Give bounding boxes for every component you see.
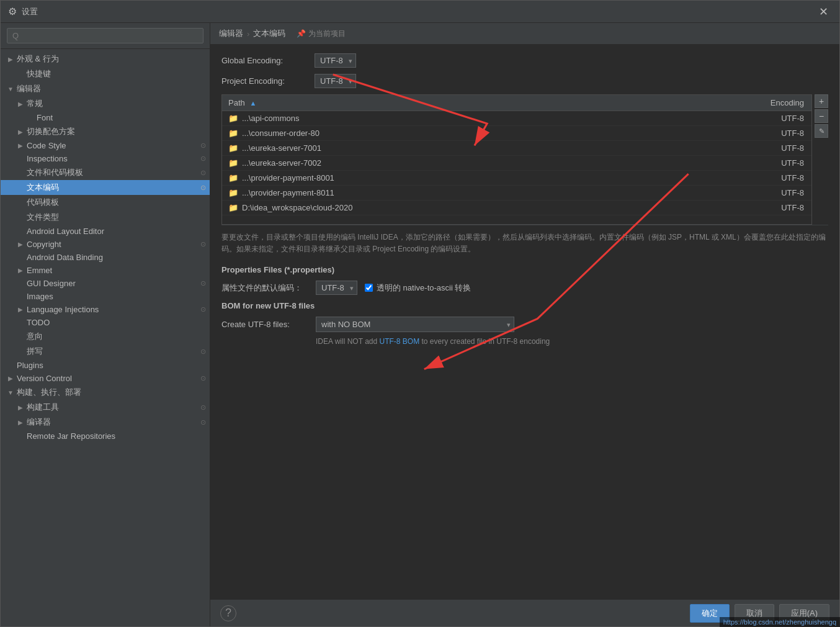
- sidebar-item-color-scheme[interactable]: ▶ 切换配色方案: [1, 124, 210, 139]
- sidebar-item-editor[interactable]: ▼ 编辑器: [1, 81, 210, 96]
- sidebar-item-lang-inject[interactable]: ▶ Language Injections ⊙: [1, 303, 210, 316]
- table-row[interactable]: 📁...\eureka-server-7001UTF-8: [222, 141, 811, 156]
- breadcrumb-bar: 编辑器 › 文本编码 📌 为当前项目: [210, 23, 839, 45]
- folder-icon: 📁: [228, 173, 238, 183]
- table-row[interactable]: 📁...\provider-payment-8011UTF-8: [222, 186, 811, 201]
- sidebar-item-android-data[interactable]: Android Data Binding: [1, 251, 210, 264]
- table-action-buttons: + − ✎: [815, 94, 828, 225]
- path-value: ...\eureka-server-7002: [242, 158, 321, 168]
- sidebar-item-emmet[interactable]: ▶ Emmet: [1, 264, 210, 277]
- sidebar-item-file-templates[interactable]: 文件和代码模板 ⊙: [1, 165, 210, 180]
- props-encoding-row: 属性文件的默认编码： UTF-8 透明的 native-to-ascii 转换: [221, 281, 828, 295]
- sidebar-item-label: Code Style: [25, 141, 200, 150]
- global-encoding-label: Global Encoding:: [221, 56, 308, 65]
- sidebar-item-images[interactable]: Images: [1, 290, 210, 303]
- sidebar-item-label: 切换配色方案: [25, 126, 210, 137]
- bom-section-title: BOM for new UTF-8 files: [221, 301, 828, 310]
- table-row[interactable]: 📁...\eureka-server-7002UTF-8: [222, 156, 811, 171]
- project-encoding-label: Project Encoding:: [221, 76, 308, 86]
- expand-icon: ▶: [16, 101, 25, 107]
- folder-icon: 📁: [228, 143, 238, 153]
- bom-info-link[interactable]: UTF-8 BOM: [379, 337, 419, 346]
- encoding-value: UTF-8: [737, 186, 811, 201]
- table-row[interactable]: 📁...\provider-payment-8001UTF-8: [222, 171, 811, 186]
- add-path-button[interactable]: +: [815, 94, 828, 108]
- sidebar-item-remote-jar[interactable]: Remote Jar Repositories: [1, 430, 210, 443]
- sidebar-item-intention[interactable]: 意向: [1, 329, 210, 344]
- search-input[interactable]: [7, 28, 203, 43]
- sidebar-item-label: 常规: [25, 98, 210, 109]
- encoding-value: UTF-8: [737, 111, 811, 126]
- help-icon: ?: [225, 607, 231, 620]
- breadcrumb-current: 文本编码: [253, 28, 285, 39]
- sidebar-item-inspections[interactable]: Inspections ⊙: [1, 152, 210, 165]
- sidebar-item-spelling[interactable]: 拼写 ⊙: [1, 344, 210, 359]
- native-to-ascii-checkbox-label[interactable]: 透明的 native-to-ascii 转换: [365, 282, 471, 294]
- native-to-ascii-label: 透明的 native-to-ascii 转换: [377, 282, 471, 294]
- col-path[interactable]: Path ▲: [222, 95, 737, 111]
- col-encoding: Encoding: [737, 95, 811, 111]
- sidebar-item-label: Remote Jar Repositories: [25, 431, 210, 441]
- global-encoding-select-wrapper: UTF-8: [315, 53, 356, 68]
- settings-icon: ⊙: [200, 348, 206, 356]
- edit-path-button[interactable]: ✎: [815, 124, 828, 138]
- sidebar-item-gui-designer[interactable]: GUI Designer ⊙: [1, 277, 210, 290]
- path-value: ...\provider-payment-8001: [242, 173, 334, 183]
- settings-icon: ⊙: [200, 184, 206, 192]
- sidebar-item-label: 文件类型: [25, 212, 210, 223]
- table-row[interactable]: 📁...\consumer-order-80UTF-8: [222, 126, 811, 141]
- sidebar-item-label: Images: [25, 292, 210, 301]
- sidebar-item-label: GUI Designer: [25, 279, 200, 288]
- folder-icon: 📁: [228, 188, 238, 197]
- sidebar-item-font[interactable]: Font: [1, 111, 210, 124]
- bom-info-after: to every created file in UTF-8 encoding: [419, 337, 550, 346]
- help-button[interactable]: ?: [220, 605, 236, 621]
- folder-icon: 📁: [228, 158, 238, 168]
- sidebar-item-label: 文本编码: [25, 182, 200, 193]
- sidebar-item-android-layout[interactable]: Android Layout Editor: [1, 225, 210, 238]
- sidebar-item-appearance[interactable]: ▶ 外观 & 行为: [1, 52, 210, 66]
- breadcrumb-separator: ›: [247, 29, 249, 38]
- global-encoding-select[interactable]: UTF-8: [315, 53, 356, 68]
- sidebar-item-version-control[interactable]: ▶ Version Control ⊙: [1, 372, 210, 385]
- sidebar-item-plugins[interactable]: Plugins: [1, 359, 210, 372]
- project-encoding-select[interactable]: UTF-8: [315, 74, 356, 88]
- path-value: ...\consumer-order-80: [242, 129, 319, 138]
- table-row[interactable]: 📁D:\idea_wrokspace\cloud-2020UTF-8: [222, 201, 811, 215]
- sidebar-item-code-style[interactable]: ▶ Code Style ⊙: [1, 139, 210, 152]
- sidebar-item-build-tools[interactable]: ▶ 构建工具 ⊙: [1, 400, 210, 415]
- bom-create-select-wrapper: with NO BOM with BOM: [316, 317, 514, 332]
- watermark-link[interactable]: https://blog.csdn.net/zhenghuishengq: [723, 618, 836, 626]
- sidebar-item-file-types[interactable]: 文件类型: [1, 210, 210, 225]
- close-button[interactable]: ✕: [815, 2, 832, 21]
- settings-icon: ⊙: [200, 305, 206, 314]
- sidebar-item-build-exec[interactable]: ▼ 构建、执行、部署: [1, 385, 210, 400]
- sidebar-item-label: Emmet: [25, 266, 210, 275]
- bom-create-select[interactable]: with NO BOM with BOM: [316, 317, 514, 332]
- sidebar-item-shortcuts[interactable]: 快捷键: [1, 66, 210, 81]
- sidebar-item-label: Copyright: [25, 240, 200, 249]
- sidebar-item-live-templates[interactable]: 代码模板: [1, 195, 210, 210]
- main-content-area: Global Encoding: UTF-8 Project Encoding:…: [210, 45, 839, 599]
- sidebar-item-copyright[interactable]: ▶ Copyright ⊙: [1, 238, 210, 251]
- settings-icon: ⊙: [200, 142, 206, 150]
- native-to-ascii-checkbox[interactable]: [365, 284, 373, 292]
- sidebar-item-file-encodings[interactable]: 文本编码 ⊙: [1, 180, 210, 195]
- sidebar-item-label: 编辑器: [16, 83, 210, 94]
- sidebar-item-label: Android Data Binding: [25, 253, 210, 262]
- encoding-value: UTF-8: [737, 126, 811, 141]
- sidebar-item-general[interactable]: ▶ 常规: [1, 96, 210, 111]
- props-encoding-select-wrapper: UTF-8: [316, 281, 357, 295]
- encoding-value: UTF-8: [737, 201, 811, 215]
- path-value: ...\eureka-server-7001: [242, 143, 321, 153]
- sidebar-item-label: 构建工具: [25, 402, 200, 413]
- props-encoding-select[interactable]: UTF-8: [316, 281, 357, 295]
- table-row[interactable]: 📁...\api-commonsUTF-8: [222, 111, 811, 126]
- sidebar-item-label: Android Layout Editor: [25, 227, 210, 236]
- sort-arrow: ▲: [249, 99, 256, 107]
- sidebar-item-todo[interactable]: TODO: [1, 316, 210, 329]
- sidebar-item-compiler[interactable]: ▶ 编译器 ⊙: [1, 415, 210, 430]
- path-encoding-table-wrapper: Path ▲ Encoding 📁...\api-commonsUTF-8📁..…: [221, 94, 828, 225]
- remove-path-button[interactable]: −: [815, 109, 828, 123]
- settings-icon: ⊙: [200, 418, 206, 426]
